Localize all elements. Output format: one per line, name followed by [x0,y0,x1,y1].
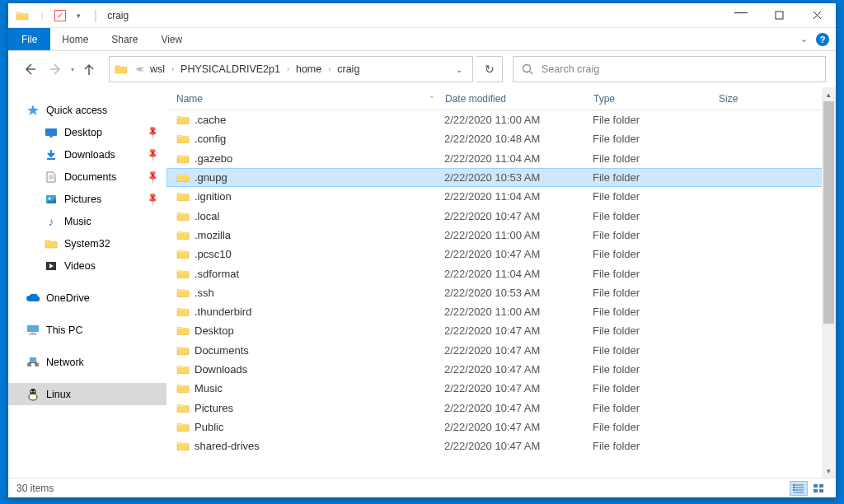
table-row[interactable]: shared-drives2/22/2020 10:47 AMFile fold… [166,436,836,455]
table-row[interactable]: Documents2/22/2020 10:47 AMFile folder [166,341,836,360]
ribbon: File Home Share View ⌄ ? [8,28,836,51]
column-type[interactable]: Type [593,93,719,105]
sort-indicator-icon: ⌃ [429,95,435,103]
table-row[interactable]: Public2/22/2020 10:47 AMFile folder [166,418,836,436]
nav-linux[interactable]: Linux [8,383,166,405]
ribbon-expand-icon[interactable]: ⌄ [800,34,808,44]
file-name: Downloads [195,363,444,376]
breadcrumb-craig[interactable]: craig [335,63,361,75]
address-bar[interactable]: ≪ wsl › PHYSICALDRIVE2p1 › home › craig … [109,56,473,82]
maximize-button[interactable] [760,3,798,28]
folder-icon [176,230,195,240]
back-button[interactable] [18,58,41,81]
file-type: File folder [593,114,718,126]
nav-onedrive[interactable]: OneDrive [8,287,166,309]
chevron-right-icon[interactable]: › [168,65,177,73]
nav-system32[interactable]: System32 [8,232,166,254]
table-row[interactable]: .gazebo2/22/2020 11:04 AMFile folder [166,149,836,168]
table-row[interactable]: Music2/22/2020 10:47 AMFile folder [166,379,836,398]
nav-this-pc[interactable]: This PC [8,319,166,341]
table-row[interactable]: .ignition2/22/2020 11:04 AMFile folder [166,187,836,206]
file-type: File folder [593,421,718,433]
titlebar: | ✓ ▾ | craig — [8,3,836,28]
pictures-icon [43,194,59,204]
nav-videos[interactable]: Videos [8,254,166,277]
table-row[interactable]: .cache2/22/2020 11:00 AMFile folder [166,110,836,129]
vertical-scrollbar[interactable]: ▴ ▾ [822,87,836,478]
table-row[interactable]: .sdformat2/22/2020 11:04 AMFile folder [166,264,836,282]
nav-quick-access[interactable]: Quick access [8,99,166,121]
folder-icon [176,345,195,356]
table-row[interactable]: .ssh2/22/2020 10:53 AMFile folder [166,283,836,302]
tab-share[interactable]: Share [100,28,149,50]
chevron-right-icon[interactable]: › [284,65,293,73]
file-date: 2/22/2020 10:53 AM [444,287,593,299]
up-button[interactable] [77,58,101,81]
file-rows[interactable]: .cache2/22/2020 11:00 AMFile folder.conf… [166,110,836,478]
table-row[interactable]: .mozilla2/22/2020 11:00 AMFile folder [166,226,836,245]
column-name[interactable]: Name ⌃ [176,93,445,105]
table-row[interactable]: Pictures2/22/2020 10:47 AMFile folder [166,398,836,417]
file-name: Pictures [195,402,444,414]
file-list: Name ⌃ Date modified Type Size .cache2/2… [166,87,836,478]
navigation-pane[interactable]: Quick access Desktop 📌 Downloads 📌 [8,87,166,478]
folder-icon [176,172,195,183]
folder-icon [115,63,128,75]
table-row[interactable]: .thunderbird2/22/2020 11:00 AMFile folde… [166,302,836,321]
nav-documents[interactable]: Documents 📌 [8,166,166,188]
music-icon: ♪ [43,215,59,228]
svg-rect-0 [776,12,783,19]
history-dropdown-icon[interactable]: ▾ [71,66,74,73]
scroll-down-icon[interactable]: ▾ [822,464,836,478]
nav-downloads[interactable]: Downloads 📌 [8,143,166,166]
tab-home[interactable]: Home [50,28,100,50]
qat-dropdown-icon[interactable]: ▾ [71,8,86,23]
chevron-right-icon[interactable]: › [325,65,334,73]
folder-icon [176,133,195,144]
scroll-thumb[interactable] [823,101,834,324]
column-size[interactable]: Size [719,93,785,105]
column-date[interactable]: Date modified [445,93,593,105]
nav-pictures[interactable]: Pictures 📌 [8,188,166,210]
table-row[interactable]: .local2/22/2020 10:47 AMFile folder [166,206,836,225]
nav-label: OneDrive [46,292,90,304]
svg-rect-12 [30,357,36,362]
network-icon [25,357,41,367]
table-row[interactable]: Desktop2/22/2020 10:47 AMFile folder [166,321,836,340]
close-button[interactable] [798,3,836,28]
tab-file[interactable]: File [8,28,50,50]
address-dropdown-icon[interactable]: ⌄ [451,65,467,74]
chevron-left-icon[interactable]: ≪ [133,65,147,73]
nav-music[interactable]: ♪ Music [8,210,166,232]
refresh-button[interactable]: ↻ [476,56,503,82]
details-view-button[interactable] [790,481,808,496]
minimize-button[interactable]: — [722,3,760,28]
file-name: .ssh [195,287,444,299]
breadcrumb-home[interactable]: home [294,63,323,75]
table-row[interactable]: .config2/22/2020 10:48 AMFile folder [166,129,836,148]
nav-label: Network [46,357,84,368]
statusbar: 30 items [8,478,836,497]
scroll-up-icon[interactable]: ▴ [822,87,836,101]
nav-label: System32 [64,238,110,250]
tab-view[interactable]: View [149,28,194,50]
forward-button[interactable] [45,58,68,81]
search-input[interactable]: Search craig [513,56,826,82]
breadcrumb-wsl[interactable]: wsl [148,63,166,75]
pin-icon: 📌 [144,124,160,140]
nav-network[interactable]: Network [8,351,166,373]
table-row[interactable]: .gnupg2/22/2020 10:53 AMFile folder [166,168,836,187]
documents-icon [43,171,59,183]
large-icons-view-button[interactable] [809,481,828,496]
file-date: 2/22/2020 10:47 AM [444,421,593,433]
file-type: File folder [593,306,718,318]
nav-desktop[interactable]: Desktop 📌 [8,121,166,143]
table-row[interactable]: .pcsc102/22/2020 10:47 AMFile folder [166,245,836,264]
properties-icon[interactable]: ✓ [54,10,66,21]
table-row[interactable]: Downloads2/22/2020 10:47 AMFile folder [166,360,836,379]
file-type: File folder [593,210,718,222]
help-icon[interactable]: ? [816,33,829,46]
breadcrumb-drive[interactable]: PHYSICALDRIVE2p1 [179,63,282,75]
folder-icon [43,239,59,249]
file-name: .sdformat [195,268,444,280]
